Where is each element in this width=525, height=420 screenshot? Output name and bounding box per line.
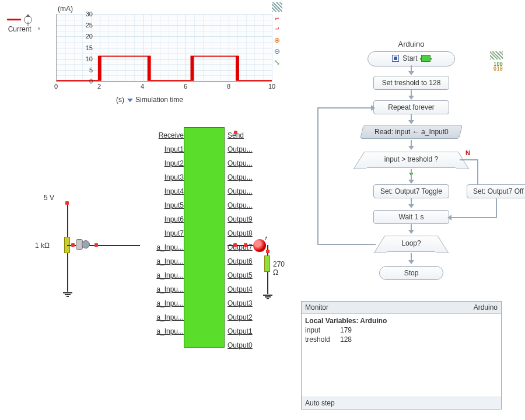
oscilloscope-chart: (mA) × Current 30 25 20 15 10 5 0 0 2 4 … <box>2 2 312 107</box>
y-axis-unit: (mA) <box>58 5 73 13</box>
monitor-subtitle: Arduino <box>474 303 498 312</box>
variable-row: treshold128 <box>305 335 498 344</box>
flow-set-threshold[interactable]: Set treshold to 128 <box>373 76 449 90</box>
potentiometer[interactable] <box>76 239 91 251</box>
resistor-led-label: 270 Ω <box>273 260 286 276</box>
arrow-right-icon <box>371 105 375 111</box>
flow-wait[interactable]: Wait 1 s <box>373 210 449 224</box>
monitor-section: Local Variables: Arduino <box>305 317 387 325</box>
flow-repeat[interactable]: Repeat forever <box>373 100 449 114</box>
tool-hatch-icon[interactable] <box>272 2 282 12</box>
current-source-icon <box>24 16 32 24</box>
flowchart-title: Arduino <box>303 37 519 51</box>
variable-row: input179 <box>305 326 498 335</box>
flow-toggle[interactable]: Set: Output7 Toggle <box>373 184 449 198</box>
monitor-panel: Monitor Arduino Local Variables: Arduino… <box>301 301 502 410</box>
tool-corner-icon[interactable]: ⌐ <box>272 13 282 23</box>
x-axis-title[interactable]: Simulation time <box>125 96 183 104</box>
flow-off[interactable]: Set: Output7 Off <box>467 184 525 198</box>
binary-digits: 100010 <box>494 62 503 71</box>
tool-fit-icon[interactable]: ⤡ <box>272 58 282 67</box>
run-icon[interactable] <box>392 55 399 62</box>
axis-dropdown-icon[interactable] <box>127 99 133 102</box>
flow-read: Read: input ← a_Input0 <box>360 125 463 139</box>
x-axis-unit: (s) <box>116 96 124 104</box>
tool-corner2-icon[interactable]: ⌐ <box>272 24 282 34</box>
flow-loop[interactable]: Loop? <box>385 236 438 252</box>
resistor-input-label: 1 kΩ <box>35 242 50 250</box>
branch-no: N <box>466 149 470 156</box>
flow-start-block[interactable]: Start <box>368 51 455 66</box>
tool-zoom-out-icon[interactable]: ⊖ <box>272 47 282 56</box>
monitor-title: Monitor <box>305 303 328 312</box>
flow-stop[interactable]: Stop <box>379 266 443 280</box>
chip-icon <box>421 55 430 62</box>
circuit-schematic: 5 V 1 kΩ 270 Ω ↗ Receive Send Input1 Inp… <box>35 123 286 356</box>
legend-swatch <box>7 19 21 20</box>
arrow-left-icon <box>447 215 452 220</box>
chart-legend: × Current <box>7 15 32 33</box>
chart-tool-strip: ⌐ ⌐ ⊕ ⊖ ⤡ <box>272 2 284 69</box>
flow-condition[interactable]: input > treshold ? <box>365 152 458 168</box>
voltage-source-label: 5 V <box>44 194 54 202</box>
microcontroller-block <box>184 127 225 348</box>
monitor-footer[interactable]: Auto step <box>302 397 501 409</box>
ground-icon <box>63 292 72 299</box>
chip-header-receive: Receive <box>159 131 184 139</box>
tool-zoom-in-icon[interactable]: ⊕ <box>272 36 282 45</box>
flowchart-panel: Arduino Start 100010 Set treshold to 128… <box>303 37 519 300</box>
legend-label: Current <box>7 25 32 33</box>
flow-hatch-icon[interactable] <box>490 51 503 60</box>
